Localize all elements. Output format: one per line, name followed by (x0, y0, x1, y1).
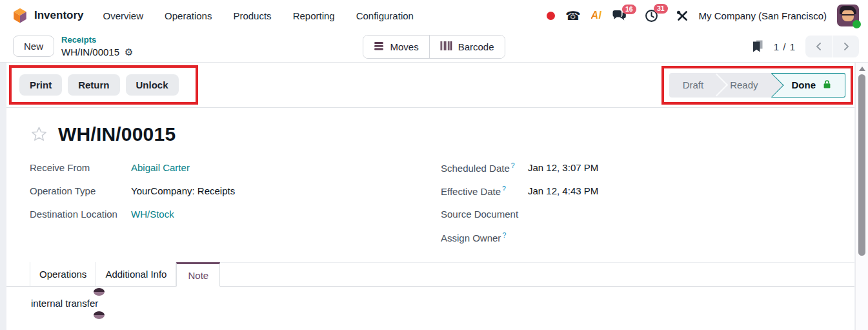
navbar-left: Inventory Overview Operations Products R… (12, 7, 414, 24)
barcode-icon (440, 41, 452, 53)
scrollbar-up-arrow-icon[interactable] (859, 67, 865, 71)
help-marker: ? (502, 231, 506, 239)
effective-date-value[interactable]: Jan 12, 4:43 PM (528, 185, 598, 196)
moves-button[interactable]: Moves (363, 36, 429, 58)
activities-icon[interactable]: 31 (645, 9, 658, 23)
selection-handle-icon[interactable] (94, 288, 105, 296)
favorite-star-icon[interactable] (30, 125, 48, 144)
tab-additional-info[interactable]: Additional Info (96, 262, 176, 287)
title-row: WH/IN/00015 (30, 123, 831, 145)
bookmark-icon[interactable] (751, 40, 764, 53)
field-label: Effective Date (441, 186, 501, 197)
field-label: Operation Type (30, 185, 131, 196)
vertical-scrollbar[interactable] (855, 63, 868, 330)
top-navbar: Inventory Overview Operations Products R… (0, 0, 868, 31)
menu-operations[interactable]: Operations (165, 10, 212, 21)
chevron-right-icon (842, 42, 851, 51)
field-label: Scheduled Date (441, 163, 510, 174)
field-assign-owner: Assign Owner? (441, 225, 831, 249)
app-name[interactable]: Inventory (34, 9, 84, 22)
form-sheet: Print Return Unlock Draft Ready Done (6, 63, 854, 330)
operation-type-value[interactable]: YourCompany: Receipts (131, 185, 235, 196)
menu-overview[interactable]: Overview (103, 10, 144, 21)
breadcrumb: Receipts WH/IN/00015 ⚙ (61, 35, 134, 58)
view-switcher: Moves Barcode (363, 35, 505, 59)
pager-previous-button[interactable] (805, 36, 832, 57)
main-area: Print Return Unlock Draft Ready Done (0, 63, 868, 330)
chevron-left-icon (814, 42, 823, 51)
menu-products[interactable]: Products (233, 10, 271, 21)
moves-icon (374, 41, 384, 52)
activities-badge: 31 (654, 4, 668, 14)
messages-icon[interactable]: 16 (612, 10, 627, 22)
location-link[interactable]: WH/Stock (131, 209, 174, 220)
menu-reporting[interactable]: Reporting (293, 10, 335, 21)
partner-link[interactable]: Abigail Carter (131, 162, 190, 173)
print-button[interactable]: Print (19, 74, 62, 96)
field-operation-type: Operation Type YourCompany: Receipts (30, 179, 441, 202)
pager-count[interactable]: 1 / 1 (774, 41, 796, 52)
status-step-done[interactable]: Done (772, 73, 846, 98)
barcode-label: Barcode (458, 41, 494, 52)
note-text[interactable]: internal transfer (31, 298, 98, 309)
pager-area: 1 / 1 (751, 36, 859, 57)
document-title: WH/IN/00015 (58, 123, 176, 145)
field-effective-date: Effective Date? Jan 12, 4:43 PM (441, 179, 831, 202)
gear-icon[interactable]: ⚙ (125, 47, 133, 57)
field-source-document: Source Document (441, 202, 831, 225)
form-status-row: Print Return Unlock Draft Ready Done (6, 63, 854, 108)
statusbar: Draft Ready Done (669, 73, 845, 98)
status-done-label: Done (792, 79, 816, 90)
sheet-body: WH/IN/00015 Receive From Abigail Carter … (6, 108, 854, 249)
help-marker: ? (511, 161, 515, 169)
return-button[interactable]: Return (68, 74, 119, 96)
main-menu: Overview Operations Products Reporting C… (103, 10, 414, 21)
field-receive-from: Receive From Abigail Carter (30, 156, 441, 179)
field-column-right: Scheduled Date? Jan 12, 3:07 PM Effectiv… (441, 156, 831, 249)
new-button[interactable]: New (13, 36, 54, 57)
inventory-app-icon[interactable] (12, 7, 28, 24)
tools-icon[interactable] (676, 10, 689, 22)
moves-label: Moves (390, 41, 418, 52)
field-label: Assign Owner (441, 232, 501, 243)
lock-icon (822, 79, 832, 91)
field-label: Source Document (441, 209, 528, 220)
tabs-filler (220, 262, 854, 287)
systray: ☎ AI 16 31 My Company (San Francisco) (547, 5, 859, 26)
unlock-button[interactable]: Unlock (126, 74, 179, 96)
company-switcher[interactable]: My Company (San Francisco) (699, 10, 827, 21)
online-status-dot (853, 20, 861, 28)
field-column-left: Receive From Abigail Carter Operation Ty… (30, 156, 441, 249)
messages-badge: 16 (622, 5, 636, 15)
breadcrumb-area: New Receipts WH/IN/00015 ⚙ (13, 35, 134, 58)
note-text-wrap: internal transfer (31, 298, 98, 309)
breadcrumb-current: WH/IN/00015 (61, 46, 119, 59)
scrollbar-thumb[interactable] (858, 74, 865, 256)
pager-buttons (805, 36, 859, 57)
control-panel: New Receipts WH/IN/00015 ⚙ Moves (0, 31, 868, 63)
field-destination-location: Destination Location WH/Stock (30, 202, 441, 225)
menu-configuration[interactable]: Configuration (356, 10, 414, 21)
user-avatar[interactable] (837, 5, 859, 26)
field-grid: Receive From Abigail Carter Operation Ty… (30, 156, 831, 249)
breadcrumb-receipts-link[interactable]: Receipts (61, 35, 134, 46)
ai-icon[interactable]: AI (591, 10, 601, 21)
pager-next-button[interactable] (833, 36, 859, 57)
annotation-box-actions: Print Return Unlock (9, 65, 198, 105)
scheduled-date-value[interactable]: Jan 12, 3:07 PM (528, 162, 598, 173)
selection-handle-icon[interactable] (94, 311, 105, 319)
notebook-tabs: Operations Additional Info Note (6, 262, 854, 287)
tab-note[interactable]: Note (176, 262, 220, 287)
voip-phone-icon[interactable]: ☎ (565, 10, 581, 22)
field-label: Destination Location (30, 209, 131, 220)
field-scheduled-date: Scheduled Date? Jan 12, 3:07 PM (441, 156, 831, 179)
recording-indicator-icon[interactable] (547, 12, 555, 20)
annotation-box-statusbar: Draft Ready Done (661, 66, 853, 105)
barcode-button[interactable]: Barcode (429, 36, 505, 58)
tab-operations[interactable]: Operations (30, 262, 96, 287)
field-label: Receive From (30, 162, 131, 173)
help-marker: ? (502, 185, 506, 192)
tabs-lead-spacer (6, 262, 30, 287)
note-tab-content[interactable]: internal transfer (6, 287, 854, 309)
avatar-glasses (842, 14, 854, 18)
